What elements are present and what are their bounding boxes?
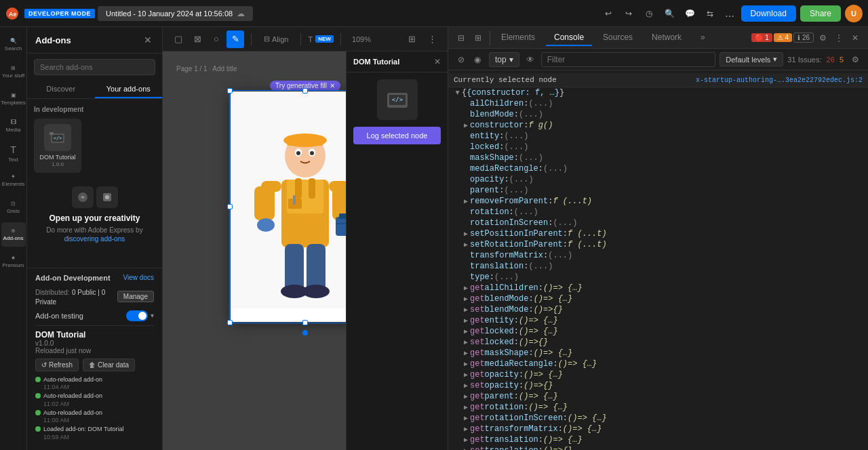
expand-arrow[interactable]: ▶ <box>462 306 470 314</box>
sidebar-item-elements[interactable]: ✦ Elements <box>1 168 26 192</box>
tree-line[interactable]: ▶removeFromParent: f (...t) <box>448 196 868 207</box>
tab-more[interactable]: » <box>692 30 713 46</box>
tree-line[interactable]: ▶get entity: ()=> {…} <box>448 315 868 326</box>
comment-icon[interactable]: 💬 <box>682 5 698 22</box>
expand-arrow[interactable]: ▶ <box>462 295 470 303</box>
toolbar-icon-select[interactable]: ▢ <box>170 30 187 48</box>
more-button[interactable]: ... <box>722 6 736 21</box>
handle-bottom-left[interactable] <box>227 320 233 325</box>
rotation-handle[interactable] <box>302 330 308 335</box>
expand-arrow[interactable]: ▶ <box>462 414 470 422</box>
toolbar-icon-crop[interactable]: ⊠ <box>189 30 206 48</box>
tree-line[interactable]: ▶setPositionInParent: f (...t) <box>448 228 868 239</box>
expand-arrow[interactable]: ▶ <box>462 316 470 325</box>
download-button[interactable]: Download <box>741 5 796 22</box>
expand-arrow[interactable]: ▶ <box>462 360 470 368</box>
devtools-settings-icon[interactable]: ⚙ <box>815 30 830 45</box>
tab-console[interactable]: Console <box>546 30 592 46</box>
devtools-layout-icon[interactable]: ⊞ <box>471 30 486 45</box>
expand-arrow[interactable]: ▶ <box>454 89 462 97</box>
devtools-toggle-icon[interactable]: ⊟ <box>454 30 469 45</box>
devtools-circle-icon[interactable]: ◉ <box>470 52 485 67</box>
expand-arrow[interactable]: ▶ <box>462 284 470 292</box>
grid-icon[interactable]: ⊞ <box>403 30 420 48</box>
clear-data-button[interactable]: 🗑 Clear data <box>83 359 135 371</box>
eye-icon[interactable]: 👁 <box>524 53 537 66</box>
toolbar-icon-draw[interactable]: ✎ <box>226 30 244 48</box>
tab-elements[interactable]: Elements <box>493 30 543 46</box>
tree-line[interactable]: ▶get locked: ()=> {…} <box>448 326 868 337</box>
sidebar-item-your-stuff[interactable]: ⊞ Your stuff <box>1 60 26 84</box>
expand-arrow[interactable]: ▶ <box>462 382 470 390</box>
devtools-cursor-icon[interactable]: ⊘ <box>454 52 469 67</box>
sidebar-item-grids[interactable]: ⊡ Grids <box>1 195 26 220</box>
view-docs-link[interactable]: View docs <box>123 274 154 281</box>
tree-line[interactable]: ▶set blendMode: ()=>{} <box>448 304 868 315</box>
share-settings-icon[interactable]: ⇆ <box>702 5 718 22</box>
expand-arrow[interactable]: ▶ <box>462 436 470 444</box>
share-button[interactable]: Share <box>800 5 841 22</box>
tab-discover[interactable]: Discover <box>27 81 95 98</box>
handle-bottom-middle[interactable] <box>302 320 308 325</box>
sidebar-item-addons[interactable]: ⊕ Add-ons <box>1 222 26 247</box>
sidebar-item-premium[interactable]: ★ Premium <box>1 249 26 274</box>
manage-button[interactable]: Manage <box>117 291 154 302</box>
close-dom-panel-button[interactable]: ✕ <box>434 57 441 66</box>
discovering-addons-link[interactable]: discovering add-ons <box>64 235 125 243</box>
settings-icon[interactable]: ⋮ <box>423 30 441 48</box>
expand-arrow[interactable]: ▶ <box>462 230 470 238</box>
expand-arrow[interactable]: ▶ <box>462 392 470 401</box>
history-icon[interactable]: ◷ <box>641 5 657 22</box>
close-addons-button[interactable]: ✕ <box>142 34 154 46</box>
refresh-button[interactable]: ↺ Refresh <box>35 359 79 371</box>
tab-network[interactable]: Network <box>644 30 690 46</box>
sidebar-item-templates[interactable]: ▣ Templates <box>1 87 26 111</box>
expand-arrow[interactable]: ▶ <box>462 403 470 411</box>
expand-arrow[interactable]: ▶ <box>462 121 470 129</box>
search-input[interactable] <box>34 59 155 75</box>
expand-arrow[interactable]: ▶ <box>462 349 470 357</box>
redo-button[interactable]: ↪ <box>620 5 637 22</box>
expand-arrow[interactable]: ▶ <box>462 371 470 379</box>
expand-arrow[interactable]: ▶ <box>462 327 470 335</box>
top-select[interactable]: top ▾ <box>489 52 519 67</box>
default-levels-button[interactable]: Default levels ▾ <box>719 52 783 66</box>
tree-line[interactable]: ▶get opacity: ()=> {…} <box>448 369 868 380</box>
tree-line[interactable]: ▶{{constructor: f, …}} <box>448 87 868 98</box>
tree-line[interactable]: ▶get mediaRectangle: ()=> {…} <box>448 359 868 369</box>
expand-arrow[interactable]: ▶ <box>462 447 470 450</box>
tree-line[interactable]: ▶set opacity: ()=>{} <box>448 380 868 391</box>
tree-line[interactable]: ▶get transformMatrix: ()=> {…} <box>448 424 868 434</box>
tree-line[interactable]: ▶set locked: ()=>{} <box>448 337 868 348</box>
filter-input[interactable] <box>541 52 716 67</box>
tree-line[interactable]: ▶get parent: ()=> {…} <box>448 391 868 402</box>
tree-line[interactable]: ▶setRotationInParent: f (...t) <box>448 239 868 250</box>
devtools-vertical-dots[interactable]: ⋮ <box>831 30 846 45</box>
tree-line[interactable]: ▶get maskShape: ()=> {…} <box>448 348 868 359</box>
expand-arrow[interactable]: ▶ <box>462 338 470 346</box>
tree-line[interactable]: ▶get translation: ()=> {…} <box>448 434 868 445</box>
canvas-tab[interactable]: Untitled - 10 January 2024 at 10:56:08 ☁ <box>98 6 253 21</box>
tree-line[interactable]: ▶get rotationInScreen: ()=> {…} <box>448 413 868 424</box>
devtools-close-icon[interactable]: ✕ <box>848 30 863 45</box>
addon-testing-toggle[interactable] <box>126 310 148 321</box>
align-button[interactable]: ⊟ Align <box>258 33 294 45</box>
undo-button[interactable]: ↩ <box>600 5 616 22</box>
sidebar-item-search[interactable]: 🔍 Search <box>1 33 26 57</box>
generative-fill-badge[interactable]: Try generative fill ✕ <box>270 81 340 91</box>
node-header-link[interactable]: x-startup-authoring-….3ea2e22792edec.js:… <box>696 77 863 84</box>
tree-line[interactable]: ▶constructor: f g() <box>448 120 868 131</box>
tree-line[interactable]: ▶set translation: ()=>{} <box>448 445 868 450</box>
log-selected-node-button[interactable]: Log selected node <box>353 127 441 144</box>
tree-line[interactable]: ▶get blendMode: ()=> {…} <box>448 293 868 304</box>
search-icon[interactable]: 🔍 <box>661 5 677 22</box>
sidebar-item-media[interactable]: 🎞 Media <box>1 114 26 138</box>
sidebar-item-text[interactable]: T Text <box>1 141 26 165</box>
tree-line[interactable]: ▶get allChildren: ()=> {…} <box>448 283 868 293</box>
generative-fill-close[interactable]: ✕ <box>330 82 335 89</box>
tree-line[interactable]: ▶get rotation: ()=> {…} <box>448 402 868 413</box>
toolbar-icon-shape[interactable]: ○ <box>208 30 225 48</box>
expand-arrow[interactable]: ▶ <box>462 241 470 249</box>
tab-sources[interactable]: Sources <box>595 30 641 46</box>
dom-tutorial-card[interactable]: </> DOM Tutorial 1.0.0 <box>34 119 81 173</box>
